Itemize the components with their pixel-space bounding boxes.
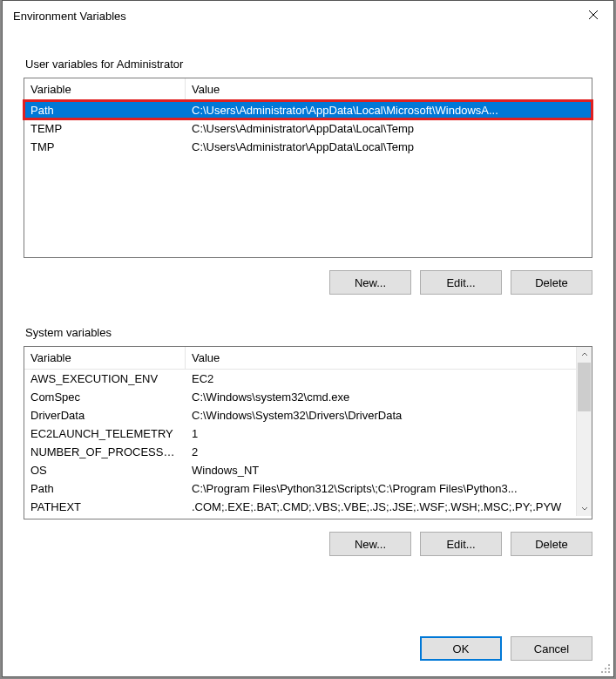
user-delete-button[interactable]: Delete bbox=[511, 270, 592, 295]
table-row[interactable]: PathC:\Users\Administrator\AppData\Local… bbox=[24, 101, 592, 119]
var-cell: EC2LAUNCH_TELEMETRY bbox=[24, 424, 186, 443]
chevron-up-icon bbox=[581, 349, 588, 361]
table-row[interactable]: AWS_EXECUTION_ENVEC2 bbox=[24, 370, 576, 388]
table-row[interactable]: OSWindows_NT bbox=[24, 461, 576, 479]
ok-button[interactable]: OK bbox=[420, 636, 502, 661]
close-button[interactable] bbox=[573, 1, 613, 31]
scroll-track[interactable] bbox=[577, 363, 592, 500]
system-edit-button[interactable]: Edit... bbox=[420, 532, 502, 556]
titlebar: Environment Variables bbox=[3, 1, 613, 31]
cancel-button[interactable]: Cancel bbox=[511, 636, 592, 661]
value-cell: EC2 bbox=[186, 370, 576, 388]
user-edit-button[interactable]: Edit... bbox=[420, 270, 502, 295]
user-buttons: New... Edit... Delete bbox=[24, 270, 592, 295]
scroll-up-button[interactable] bbox=[577, 347, 592, 363]
table-row[interactable]: EC2LAUNCH_TELEMETRY1 bbox=[24, 424, 576, 443]
user-vars-list[interactable]: Variable Value PathC:\Users\Administrato… bbox=[24, 78, 592, 258]
env-vars-dialog: Environment Variables User variables for… bbox=[2, 0, 614, 677]
dialog-buttons: OK Cancel bbox=[24, 636, 592, 661]
value-cell: C:\Program Files\Python312\Scripts\;C:\P… bbox=[186, 479, 576, 498]
table-row[interactable]: TMPC:\Users\Administrator\AppData\Local\… bbox=[24, 138, 592, 156]
user-vars-header: Variable Value bbox=[24, 78, 592, 101]
scroll-down-button[interactable] bbox=[577, 500, 592, 516]
system-vars-list[interactable]: Variable Value AWS_EXECUTION_ENVEC2ComSp… bbox=[24, 346, 592, 519]
value-cell: C:\Users\Administrator\AppData\Local\Tem… bbox=[186, 119, 592, 138]
scroll-thumb[interactable] bbox=[578, 363, 591, 411]
var-cell: NUMBER_OF_PROCESSORS bbox=[24, 443, 186, 461]
value-cell: Windows_NT bbox=[186, 461, 576, 479]
value-cell: 2 bbox=[186, 443, 576, 461]
value-cell: .COM;.EXE;.BAT;.CMD;.VBS;.VBE;.JS;.JSE;.… bbox=[186, 498, 576, 516]
table-row[interactable]: DriverDataC:\Windows\System32\Drivers\Dr… bbox=[24, 406, 576, 424]
value-cell: C:\Windows\system32\cmd.exe bbox=[186, 388, 576, 406]
user-header-value[interactable]: Value bbox=[186, 78, 592, 100]
table-row[interactable]: TEMPC:\Users\Administrator\AppData\Local… bbox=[24, 119, 592, 138]
window-title: Environment Variables bbox=[13, 10, 126, 23]
var-cell: OS bbox=[24, 461, 186, 479]
var-cell: PATHEXT bbox=[24, 498, 186, 516]
system-delete-button[interactable]: Delete bbox=[511, 532, 592, 556]
value-cell: C:\Users\Administrator\AppData\Local\Tem… bbox=[186, 138, 592, 156]
system-vars-label: System variables bbox=[25, 326, 592, 339]
client-area: User variables for Administrator Variabl… bbox=[3, 31, 613, 676]
value-cell: 1 bbox=[186, 424, 576, 443]
var-cell: DriverData bbox=[24, 406, 186, 424]
var-cell: TEMP bbox=[24, 119, 186, 138]
table-row[interactable]: NUMBER_OF_PROCESSORS2 bbox=[24, 443, 576, 461]
value-cell: C:\Windows\System32\Drivers\DriverData bbox=[186, 406, 576, 424]
var-cell: Path bbox=[24, 101, 186, 119]
table-row[interactable]: PATHEXT.COM;.EXE;.BAT;.CMD;.VBS;.VBE;.JS… bbox=[24, 498, 576, 516]
system-scrollbar[interactable] bbox=[576, 347, 592, 516]
system-header-variable[interactable]: Variable bbox=[24, 347, 186, 369]
user-new-button[interactable]: New... bbox=[329, 270, 411, 295]
value-cell: C:\Users\Administrator\AppData\Local\Mic… bbox=[186, 101, 592, 119]
var-cell: TMP bbox=[24, 138, 186, 156]
var-cell: Path bbox=[24, 479, 186, 498]
system-vars-header: Variable Value bbox=[24, 347, 576, 370]
user-header-variable[interactable]: Variable bbox=[24, 78, 186, 100]
var-cell: AWS_EXECUTION_ENV bbox=[24, 370, 186, 388]
resize-grip[interactable] bbox=[599, 662, 610, 673]
table-row[interactable]: PathC:\Program Files\Python312\Scripts\;… bbox=[24, 479, 576, 498]
system-new-button[interactable]: New... bbox=[329, 532, 411, 556]
chevron-down-icon bbox=[581, 502, 588, 514]
var-cell: ComSpec bbox=[24, 388, 186, 406]
close-icon bbox=[588, 10, 599, 23]
system-header-value[interactable]: Value bbox=[186, 347, 576, 369]
table-row[interactable]: ComSpecC:\Windows\system32\cmd.exe bbox=[24, 388, 576, 406]
system-buttons: New... Edit... Delete bbox=[24, 532, 592, 556]
user-vars-label: User variables for Administrator bbox=[25, 58, 592, 71]
